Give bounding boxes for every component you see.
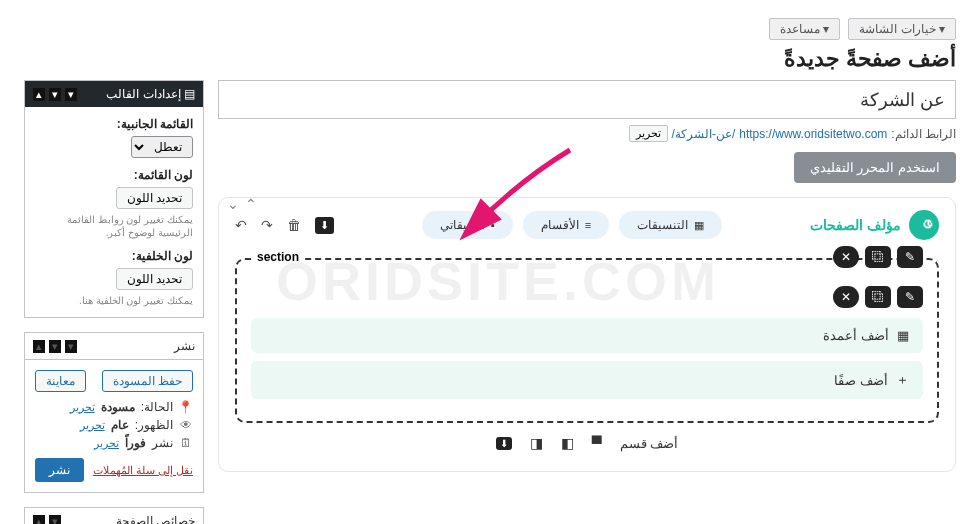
layout-icon: ▦ (694, 219, 704, 232)
help-button[interactable]: مساعدة ▾ (769, 18, 840, 40)
tab-my-formats[interactable]: ▪تنسيقاتي (422, 211, 513, 239)
add-row-button[interactable]: ＋أضف صفًا (251, 361, 923, 399)
delete-row-icon[interactable]: ✕ (833, 286, 859, 308)
tab-sections[interactable]: ≡الأقسام (523, 211, 609, 239)
layout-full-icon[interactable]: ▀ (592, 435, 602, 451)
duplicate-row-icon[interactable]: ⿻ (865, 286, 891, 308)
page-heading: أضف صفحةً جديدةً (24, 46, 956, 72)
toggle-up-icon[interactable]: ▴ (33, 88, 45, 101)
builder-collapse-toggles: ⌃ ⌄ (227, 196, 257, 212)
plus-icon: ＋ (896, 371, 909, 389)
chevron-up-icon[interactable]: ⌃ (245, 196, 257, 212)
redo-icon[interactable]: ↷ (261, 217, 273, 233)
edit-row-icon[interactable]: ✎ (897, 286, 923, 308)
edit-section-icon[interactable]: ✎ (897, 246, 923, 268)
section-legend: section (251, 250, 305, 264)
builder-brand: ဖ مؤلف الصفحات (810, 210, 939, 240)
builder-logo-icon: ဖ (909, 210, 939, 240)
publish-button[interactable]: نشر (35, 458, 84, 482)
layout-import-icon[interactable]: ⬇ (496, 437, 512, 450)
trash-link[interactable]: نقل إلى سلة المُهملات (93, 464, 193, 477)
bg-color-hint: يمكنك تغيير لون الخلفية هنا. (35, 294, 193, 307)
delete-section-icon[interactable]: ✕ (833, 246, 859, 268)
save-draft-button[interactable]: حفظ المسودة (102, 370, 193, 392)
toggle-down2-icon[interactable]: ▾ (65, 88, 77, 101)
download-icon[interactable]: ⬇ (315, 217, 334, 234)
screen-options-button[interactable]: خيارات الشاشة ▾ (848, 18, 956, 40)
page-attributes-title: خصائص الصفحة (116, 514, 195, 524)
calendar-icon: 🗓 (179, 436, 193, 450)
page-builder: ⌃ ⌄ ဖ مؤلف الصفحات ▦التنسيقات ≡الأقسام ▪… (218, 197, 956, 472)
sections-icon: ≡ (585, 219, 591, 231)
add-columns-button[interactable]: ▦أضف أعمدة (251, 318, 923, 353)
page-attributes-box: خصائص الصفحة ▴▾ (24, 507, 204, 524)
pub-down2-icon[interactable]: ▾ (65, 340, 77, 353)
layout-half-icon[interactable]: ◧ (561, 435, 574, 451)
sliders-icon: ▤ (184, 87, 195, 101)
permalink-edit-button[interactable]: تحرير (629, 125, 668, 142)
section-footer: أضف قسم ▀ ◧ ◨ ⬇ (235, 435, 939, 451)
side-menu-select[interactable]: تعطل (131, 136, 193, 158)
permalink-base[interactable]: https://www.oridsitetwo.com (739, 127, 887, 141)
menu-color-button[interactable]: تحديد اللون (116, 187, 193, 209)
menu-color-label: لون القائمة: (35, 168, 193, 182)
page-title-input[interactable] (218, 80, 956, 119)
duplicate-section-icon[interactable]: ⿻ (865, 246, 891, 268)
save-icon: ▪ (491, 219, 495, 231)
pub-down-icon[interactable]: ▾ (49, 340, 61, 353)
toggle-down-icon[interactable]: ▾ (49, 88, 61, 101)
permalink-label: الرابط الدائم: (891, 127, 956, 141)
add-section-label[interactable]: أضف قسم (620, 436, 679, 451)
classic-editor-button[interactable]: استخدم المحرر التقليدي (794, 152, 956, 183)
eye-icon: 👁 (179, 418, 193, 432)
visibility-edit-link[interactable]: تحرير (80, 419, 105, 432)
trash-icon[interactable]: 🗑 (287, 217, 301, 233)
tab-formats[interactable]: ▦التنسيقات (619, 211, 722, 239)
permalink-row: الرابط الدائم: https://www.oridsitetwo.c… (218, 125, 956, 142)
menu-color-hint: يمكنك تغيير لون روابط القائمة الرئيسية ل… (35, 213, 193, 239)
template-settings-box: ▤ إعدادات القالب ▴▾▾ القائمة الجانبية: ت… (24, 80, 204, 318)
builder-section: section ✎ ⿻ ✕ ✎ ⿻ ✕ ▦أضف أعمدة ＋أضف صفًا (235, 258, 939, 423)
pub-up-icon[interactable]: ▴ (33, 340, 45, 353)
attr-down-icon[interactable]: ▾ (49, 515, 61, 525)
undo-icon[interactable]: ↶ (235, 217, 247, 233)
builder-brand-label: مؤلف الصفحات (810, 217, 901, 233)
side-menu-label: القائمة الجانبية: (35, 117, 193, 131)
template-settings-title: ▤ إعدادات القالب (106, 87, 195, 101)
layout-side-icon[interactable]: ◨ (530, 435, 543, 451)
attr-up-icon[interactable]: ▴ (33, 515, 45, 525)
publish-box: نشر ▴▾▾ حفظ المسودة معاينة 📍الحالة: مسود… (24, 332, 204, 493)
chevron-down-icon[interactable]: ⌄ (227, 196, 239, 212)
bg-color-button[interactable]: تحديد اللون (116, 268, 193, 290)
status-edit-link[interactable]: تحرير (70, 401, 95, 414)
columns-icon: ▦ (897, 328, 909, 343)
bg-color-label: لون الخلفية: (35, 249, 193, 263)
pin-icon: 📍 (179, 400, 193, 414)
schedule-edit-link[interactable]: تحرير (94, 437, 119, 450)
publish-title: نشر (174, 339, 195, 353)
permalink-slug[interactable]: /عن-الشركة/ (672, 127, 736, 141)
preview-button[interactable]: معاينة (35, 370, 86, 392)
